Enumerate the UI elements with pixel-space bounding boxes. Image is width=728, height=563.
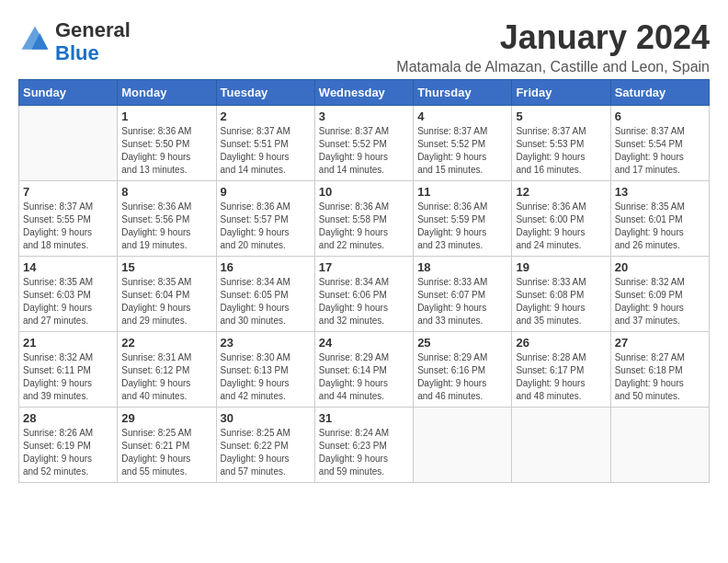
day-number: 7 <box>23 185 113 199</box>
day-number: 18 <box>417 260 507 274</box>
calendar-cell <box>19 106 118 181</box>
logo-blue: Blue <box>55 41 131 64</box>
column-header-saturday: Saturday <box>610 80 709 106</box>
day-number: 24 <box>319 336 409 350</box>
day-number: 16 <box>221 260 311 274</box>
day-info: Sunrise: 8:25 AM Sunset: 6:21 PM Dayligh… <box>121 427 211 478</box>
day-info: Sunrise: 8:36 AM Sunset: 5:58 PM Dayligh… <box>319 201 409 252</box>
day-number: 10 <box>319 185 409 199</box>
day-number: 14 <box>23 260 113 274</box>
calendar-cell: 1Sunrise: 8:36 AM Sunset: 5:50 PM Daylig… <box>118 106 216 181</box>
day-number: 29 <box>121 411 211 425</box>
day-number: 1 <box>121 109 211 123</box>
calendar-cell: 26Sunrise: 8:28 AM Sunset: 6:17 PM Dayli… <box>512 332 610 408</box>
day-number: 19 <box>516 260 606 274</box>
calendar-cell: 2Sunrise: 8:37 AM Sunset: 5:51 PM Daylig… <box>216 106 314 181</box>
logo-icon <box>18 23 51 60</box>
main-title: January 2024 <box>396 18 710 57</box>
day-number: 26 <box>516 336 606 350</box>
week-row-4: 21Sunrise: 8:32 AM Sunset: 6:11 PM Dayli… <box>19 332 710 408</box>
day-number: 11 <box>417 185 507 199</box>
week-row-3: 14Sunrise: 8:35 AM Sunset: 6:03 PM Dayli… <box>19 257 710 332</box>
day-info: Sunrise: 8:25 AM Sunset: 6:22 PM Dayligh… <box>221 427 311 478</box>
calendar-cell: 24Sunrise: 8:29 AM Sunset: 6:14 PM Dayli… <box>314 332 413 408</box>
calendar-cell: 31Sunrise: 8:24 AM Sunset: 6:23 PM Dayli… <box>314 408 413 483</box>
day-info: Sunrise: 8:35 AM Sunset: 6:04 PM Dayligh… <box>121 276 211 327</box>
calendar-cell: 13Sunrise: 8:35 AM Sunset: 6:01 PM Dayli… <box>610 181 709 257</box>
calendar-cell: 21Sunrise: 8:32 AM Sunset: 6:11 PM Dayli… <box>19 332 118 408</box>
calendar-table: SundayMondayTuesdayWednesdayThursdayFrid… <box>18 79 710 483</box>
column-header-tuesday: Tuesday <box>216 80 314 106</box>
calendar-cell: 23Sunrise: 8:30 AM Sunset: 6:13 PM Dayli… <box>216 332 314 408</box>
calendar-cell: 29Sunrise: 8:25 AM Sunset: 6:21 PM Dayli… <box>118 408 216 483</box>
day-number: 12 <box>516 185 606 199</box>
subtitle: Matamala de Almazan, Castille and Leon, … <box>396 59 710 75</box>
calendar-cell: 17Sunrise: 8:34 AM Sunset: 6:06 PM Dayli… <box>314 257 413 332</box>
calendar-cell: 16Sunrise: 8:34 AM Sunset: 6:05 PM Dayli… <box>216 257 314 332</box>
column-header-friday: Friday <box>512 80 610 106</box>
calendar-cell: 4Sunrise: 8:37 AM Sunset: 5:52 PM Daylig… <box>414 106 512 181</box>
calendar-cell: 18Sunrise: 8:33 AM Sunset: 6:07 PM Dayli… <box>414 257 512 332</box>
day-number: 13 <box>615 185 705 199</box>
day-info: Sunrise: 8:37 AM Sunset: 5:54 PM Dayligh… <box>615 125 705 177</box>
day-number: 28 <box>23 411 113 425</box>
column-header-sunday: Sunday <box>19 80 118 106</box>
calendar-cell: 27Sunrise: 8:27 AM Sunset: 6:18 PM Dayli… <box>610 332 709 408</box>
week-row-5: 28Sunrise: 8:26 AM Sunset: 6:19 PM Dayli… <box>19 408 710 483</box>
day-number: 6 <box>615 109 705 123</box>
day-number: 23 <box>221 336 311 350</box>
day-info: Sunrise: 8:24 AM Sunset: 6:23 PM Dayligh… <box>319 427 409 478</box>
day-info: Sunrise: 8:36 AM Sunset: 6:00 PM Dayligh… <box>516 201 606 252</box>
day-info: Sunrise: 8:35 AM Sunset: 6:03 PM Dayligh… <box>23 276 113 327</box>
day-info: Sunrise: 8:34 AM Sunset: 6:05 PM Dayligh… <box>221 276 311 327</box>
day-number: 9 <box>221 185 311 199</box>
day-number: 17 <box>319 260 409 274</box>
calendar-cell: 14Sunrise: 8:35 AM Sunset: 6:03 PM Dayli… <box>19 257 118 332</box>
calendar-cell: 3Sunrise: 8:37 AM Sunset: 5:52 PM Daylig… <box>314 106 413 181</box>
day-number: 31 <box>319 411 409 425</box>
day-number: 3 <box>319 109 409 123</box>
day-number: 27 <box>615 336 705 350</box>
day-info: Sunrise: 8:29 AM Sunset: 6:16 PM Dayligh… <box>417 351 507 403</box>
week-row-2: 7Sunrise: 8:37 AM Sunset: 5:55 PM Daylig… <box>19 181 710 257</box>
day-info: Sunrise: 8:37 AM Sunset: 5:51 PM Dayligh… <box>221 125 311 177</box>
calendar-cell: 30Sunrise: 8:25 AM Sunset: 6:22 PM Dayli… <box>216 408 314 483</box>
column-header-monday: Monday <box>118 80 216 106</box>
day-info: Sunrise: 8:36 AM Sunset: 5:50 PM Dayligh… <box>121 125 211 177</box>
day-info: Sunrise: 8:31 AM Sunset: 6:12 PM Dayligh… <box>121 351 211 403</box>
calendar-cell: 10Sunrise: 8:36 AM Sunset: 5:58 PM Dayli… <box>314 181 413 257</box>
day-number: 8 <box>121 185 211 199</box>
logo: General Blue <box>18 18 131 65</box>
day-info: Sunrise: 8:33 AM Sunset: 6:07 PM Dayligh… <box>417 276 507 327</box>
day-info: Sunrise: 8:37 AM Sunset: 5:52 PM Dayligh… <box>319 125 409 177</box>
day-info: Sunrise: 8:36 AM Sunset: 5:59 PM Dayligh… <box>417 201 507 252</box>
day-info: Sunrise: 8:28 AM Sunset: 6:17 PM Dayligh… <box>516 351 606 403</box>
day-info: Sunrise: 8:36 AM Sunset: 5:57 PM Dayligh… <box>221 201 311 252</box>
day-number: 2 <box>221 109 311 123</box>
day-info: Sunrise: 8:33 AM Sunset: 6:08 PM Dayligh… <box>516 276 606 327</box>
calendar-cell: 20Sunrise: 8:32 AM Sunset: 6:09 PM Dayli… <box>610 257 709 332</box>
day-number: 5 <box>516 109 606 123</box>
calendar-cell: 15Sunrise: 8:35 AM Sunset: 6:04 PM Dayli… <box>118 257 216 332</box>
calendar-cell: 12Sunrise: 8:36 AM Sunset: 6:00 PM Dayli… <box>512 181 610 257</box>
calendar-cell: 9Sunrise: 8:36 AM Sunset: 5:57 PM Daylig… <box>216 181 314 257</box>
calendar-header-row: SundayMondayTuesdayWednesdayThursdayFrid… <box>19 80 710 106</box>
day-info: Sunrise: 8:26 AM Sunset: 6:19 PM Dayligh… <box>23 427 113 478</box>
calendar-cell <box>512 408 610 483</box>
day-info: Sunrise: 8:35 AM Sunset: 6:01 PM Dayligh… <box>615 201 705 252</box>
calendar-cell: 7Sunrise: 8:37 AM Sunset: 5:55 PM Daylig… <box>19 181 118 257</box>
title-area: January 2024 Matamala de Almazan, Castil… <box>396 18 710 75</box>
day-info: Sunrise: 8:27 AM Sunset: 6:18 PM Dayligh… <box>615 351 705 403</box>
calendar-cell: 25Sunrise: 8:29 AM Sunset: 6:16 PM Dayli… <box>414 332 512 408</box>
day-info: Sunrise: 8:32 AM Sunset: 6:09 PM Dayligh… <box>615 276 705 327</box>
logo-text: General Blue <box>55 18 131 65</box>
day-info: Sunrise: 8:32 AM Sunset: 6:11 PM Dayligh… <box>23 351 113 403</box>
header: General Blue January 2024 Matamala de Al… <box>18 18 710 75</box>
column-header-thursday: Thursday <box>414 80 512 106</box>
day-number: 15 <box>121 260 211 274</box>
calendar-cell: 22Sunrise: 8:31 AM Sunset: 6:12 PM Dayli… <box>118 332 216 408</box>
day-number: 30 <box>221 411 311 425</box>
week-row-1: 1Sunrise: 8:36 AM Sunset: 5:50 PM Daylig… <box>19 106 710 181</box>
calendar-cell: 28Sunrise: 8:26 AM Sunset: 6:19 PM Dayli… <box>19 408 118 483</box>
calendar-cell <box>414 408 512 483</box>
